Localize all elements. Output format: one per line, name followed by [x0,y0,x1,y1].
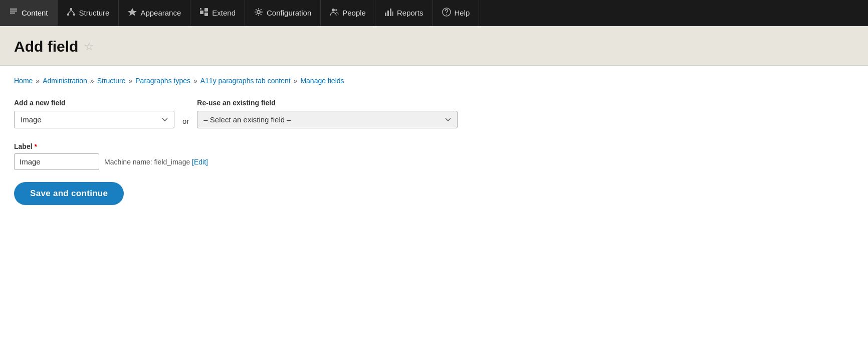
svg-rect-18 [390,9,391,16]
help-icon [442,8,451,19]
nav-item-reports[interactable]: Reports [375,0,433,26]
label-input[interactable] [14,153,99,170]
breadcrumb-home[interactable]: Home [14,77,33,85]
machine-name-edit-link[interactable]: [Edit] [192,158,208,166]
nav-item-help[interactable]: Help [433,0,480,26]
svg-rect-12 [200,8,201,10]
field-type-row: Add a new field Image Text (plain) Text … [14,99,854,128]
reuse-field-col: Re-use an existing field – Select an exi… [197,99,458,128]
label-input-row: Machine name: field_image [Edit] [14,153,854,170]
reuse-existing-field-select[interactable]: – Select an existing field – [197,111,458,128]
svg-line-6 [68,10,71,14]
add-new-field-label: Add a new field [14,99,174,107]
nav-item-people[interactable]: People [321,0,375,26]
page-header: Add field ☆ [0,26,868,66]
configuration-icon [254,8,263,19]
label-field-label: Label* [14,142,854,150]
nav-reports-label: Reports [397,9,423,17]
nav-configuration-label: Configuration [267,9,311,17]
breadcrumb-sep-4: » [193,77,197,85]
breadcrumb-sep-2: » [90,77,94,85]
breadcrumb-sep-3: » [128,77,132,85]
main-nav: Content Structure Appearance [0,0,868,26]
machine-name-display: Machine name: field_image [Edit] [104,158,208,166]
nav-item-structure[interactable]: Structure [58,0,119,26]
breadcrumb-manage-fields[interactable]: Manage fields [300,77,344,85]
svg-rect-19 [392,12,393,16]
add-new-field-col: Add a new field Image Text (plain) Text … [14,99,174,128]
bookmark-star-icon[interactable]: ☆ [84,40,94,53]
svg-rect-11 [204,13,208,16]
svg-rect-3 [70,8,72,10]
or-text: or [182,117,189,125]
nav-content-label: Content [22,9,48,17]
breadcrumb-sep-5: » [294,77,298,85]
structure-icon [67,8,76,19]
nav-people-label: People [342,9,366,17]
nav-item-appearance[interactable]: Appearance [119,0,190,26]
nav-appearance-label: Appearance [140,9,181,17]
content-icon [9,8,18,19]
svg-line-7 [71,10,74,14]
field-type-select[interactable]: Image Text (plain) Text (formatted) Numb… [14,111,174,128]
main-content: Home » Administration » Structure » Para… [0,66,868,225]
save-and-continue-button[interactable]: Save and continue [14,182,124,205]
svg-point-14 [332,9,335,12]
svg-rect-5 [73,14,75,16]
appearance-icon [128,8,137,19]
nav-help-label: Help [455,9,470,17]
nav-item-extend[interactable]: Extend [190,0,245,26]
nav-item-content[interactable]: Content [0,0,58,26]
extend-icon [199,8,208,19]
breadcrumb-a11y[interactable]: A11y paragraphs tab content [200,77,291,85]
nav-structure-label: Structure [79,9,110,17]
svg-rect-4 [67,14,69,16]
svg-marker-8 [128,8,137,16]
reports-icon [384,8,393,19]
page-title: Add field [14,38,78,55]
reuse-field-label: Re-use an existing field [197,99,458,107]
breadcrumb-sep-1: » [36,77,40,85]
label-section: Label* Machine name: field_image [Edit] [14,142,854,170]
svg-point-15 [335,9,337,11]
svg-rect-16 [385,13,386,16]
svg-rect-2 [10,13,15,14]
breadcrumb-administration[interactable]: Administration [43,77,87,85]
nav-item-configuration[interactable]: Configuration [245,0,321,26]
svg-rect-9 [200,11,203,14]
required-marker: * [35,142,37,150]
svg-rect-0 [10,9,17,10]
breadcrumb: Home » Administration » Structure » Para… [14,77,854,85]
svg-rect-1 [10,11,17,12]
svg-point-21 [446,14,447,15]
svg-point-13 [257,11,260,14]
svg-rect-10 [204,8,208,12]
svg-rect-17 [387,11,389,16]
nav-extend-label: Extend [212,9,236,17]
breadcrumb-structure[interactable]: Structure [97,77,126,85]
people-icon [330,8,339,19]
breadcrumb-paragraphs-types[interactable]: Paragraphs types [135,77,190,85]
